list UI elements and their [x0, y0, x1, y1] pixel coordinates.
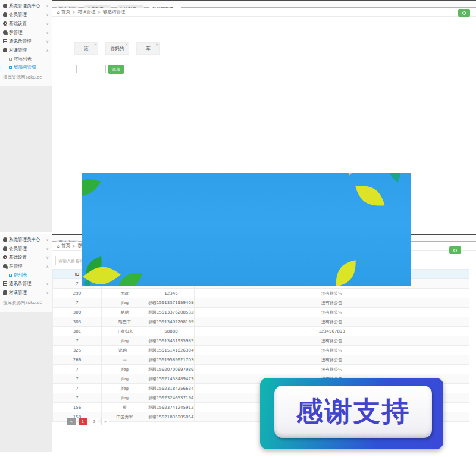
- refresh-button[interactable]: [458, 9, 470, 17]
- table-cell: 没有群公告: [195, 289, 469, 298]
- sidebar-items: 会员管理∨基础设置∨群管理∨通讯录管理∨对话管理∧对话列表敏感词管理: [0, 10, 52, 71]
- refresh-button[interactable]: [449, 246, 461, 254]
- watermark-text: 搜库资源网soku.cc: [0, 71, 52, 80]
- sidebar: 系统管理员中心 ∨ 会员管理∨基础设置∨群管理∨通讯录管理∨对话管理∧对话列表敏…: [0, 0, 52, 232]
- table-cell: 群聊159134319359852: [148, 336, 195, 346]
- member-icon: [3, 12, 7, 17]
- sidebar-items: 会员管理∨基础设置∨群管理∧群列表通讯录管理∨对话管理∨: [0, 244, 52, 297]
- table-cell: 王者归来: [102, 327, 148, 336]
- pagination-page-button[interactable]: 2: [90, 418, 98, 425]
- sidebar-subitem-对话列表[interactable]: 对话列表: [0, 55, 52, 63]
- chevron-down-icon: ∨: [46, 290, 49, 295]
- sidebar-menu: 系统管理员中心 ∨ 会员管理∨基础设置∨群管理∨通讯录管理∨对话管理∧对话列表敏…: [0, 0, 52, 86]
- list-icon: [9, 66, 12, 69]
- table-cell: jfeg: [102, 393, 148, 403]
- table-row: 7jfeg群聊159133719594088没有群公告: [53, 298, 469, 308]
- sidebar-item-基础设置[interactable]: 基础设置∨: [0, 19, 52, 28]
- sidebar-title-label: 系统管理员中心: [9, 237, 40, 243]
- close-icon[interactable]: ×: [94, 43, 97, 46]
- table-cell: 7: [53, 365, 102, 374]
- settings-icon: [3, 21, 7, 26]
- table-row: 300糖糖群聊159133762085320没有群公告: [53, 308, 469, 317]
- table-cell: 没有群公告: [195, 298, 469, 308]
- group-icon: [3, 264, 7, 268]
- pagination: «12»: [67, 418, 112, 425]
- admin-user-icon: [3, 4, 7, 8]
- sidebar: 系统管理员中心 ∨ 会员管理∨基础设置∨群管理∧群列表通讯录管理∨对话管理∨ 搜…: [0, 234, 52, 452]
- table-cell: 没有群公告: [195, 308, 469, 317]
- sidebar-title[interactable]: 系统管理员中心 ∨: [0, 235, 52, 244]
- breadcrumb-separator-icon: >: [72, 243, 76, 249]
- table-row: 301王者归来588881234567893: [53, 327, 469, 336]
- contacts-icon: [3, 39, 7, 43]
- sidebar-item-会员管理[interactable]: 会员管理∨: [0, 244, 52, 253]
- table-cell: 群聊159134022681999: [148, 317, 195, 327]
- sensitive-word-chips: 滚×你妈的×草×: [74, 42, 167, 55]
- admin-user-icon: [3, 237, 7, 242]
- sidebar-item-群管理[interactable]: 群管理∨: [0, 28, 52, 37]
- tab-bar: 我的桌面会员列表×对话列表×敏感词管理×: [52, 0, 476, 8]
- leaf-yellow-icon: [355, 180, 384, 211]
- table-cell: jfeg: [102, 365, 148, 374]
- sidebar-item-label: 会员管理: [9, 246, 27, 252]
- add-word-button[interactable]: 添加: [108, 65, 124, 74]
- chevron-down-icon: ∨: [46, 30, 49, 35]
- sidebar-item-基础设置[interactable]: 基础设置∨: [0, 253, 52, 262]
- table-cell: 群聊159151416263046: [148, 346, 195, 355]
- breadcrumb-link[interactable]: 首页: [61, 243, 70, 249]
- refresh-icon: [462, 11, 466, 15]
- chevron-up-icon: ∧: [46, 264, 49, 268]
- table-cell: 群聊159237412459125: [148, 403, 195, 412]
- pagination-prev-button[interactable]: «: [67, 418, 76, 425]
- breadcrumb: ⌂首页>对话管理>敏感词管理: [52, 8, 476, 17]
- table-row: 303胡巴节群聊159134022681999没有群公告: [53, 317, 469, 327]
- settings-icon: [3, 255, 7, 259]
- table-cell: jfeg: [102, 374, 148, 384]
- list-icon: [9, 274, 12, 277]
- table-cell: jfeg: [102, 298, 148, 308]
- chat-icon: [3, 48, 7, 52]
- sidebar-item-label: 基础设置: [9, 21, 27, 27]
- table-cell: 说购一: [102, 346, 148, 355]
- sidebar-subitem-label: 对话列表: [14, 56, 32, 62]
- table-cell: 群聊159231842566341: [148, 384, 195, 393]
- sidebar-item-会员管理[interactable]: 会员管理∨: [0, 10, 52, 19]
- pagination-page-button[interactable]: 1: [79, 418, 87, 425]
- table-cell: 群聊159133762085320: [148, 308, 195, 317]
- close-icon[interactable]: ×: [156, 43, 159, 46]
- close-icon[interactable]: ×: [125, 43, 128, 46]
- group-icon: [3, 30, 7, 35]
- thanks-banner: 感谢支持: [260, 378, 443, 449]
- bottom-divider: [0, 453, 476, 453]
- breadcrumb-link[interactable]: 对话管理: [77, 9, 95, 15]
- table-cell: 303: [53, 317, 102, 327]
- table-cell: 299: [53, 289, 102, 298]
- breadcrumb-link[interactable]: 首页: [61, 9, 70, 15]
- sidebar-item-对话管理[interactable]: 对话管理∧: [0, 46, 52, 55]
- sidebar-title[interactable]: 系统管理员中心 ∨: [0, 1, 52, 10]
- sidebar-item-通讯录管理[interactable]: 通讯录管理∨: [0, 279, 52, 288]
- chevron-down-icon: ∨: [46, 12, 49, 17]
- sidebar-item-群管理[interactable]: 群管理∧: [0, 262, 52, 271]
- sky-image-overlay: [82, 173, 411, 286]
- thanks-banner-text: 感谢支持: [296, 393, 411, 430]
- table-row: 266—群聊159195896217030没有群公告: [53, 355, 469, 365]
- sidebar-item-通讯录管理[interactable]: 通讯录管理∨: [0, 37, 52, 46]
- leaf-green-icon: [82, 173, 101, 202]
- sidebar-item-对话管理[interactable]: 对话管理∨: [0, 288, 52, 297]
- table-cell: 1234567893: [195, 327, 469, 336]
- sidebar-item-label: 群管理: [9, 264, 23, 270]
- sensitive-word-input[interactable]: [76, 65, 106, 73]
- sidebar-subitem-群列表[interactable]: 群列表: [0, 271, 52, 279]
- table-row: 7jfeg群聊159207006979893没有群公告: [53, 365, 469, 374]
- sidebar-item-label: 通讯录管理: [9, 39, 32, 45]
- chevron-down-icon: ∨: [46, 39, 49, 43]
- table-cell: 300: [53, 308, 102, 317]
- sidebar-item-label: 对话管理: [9, 48, 27, 54]
- table-cell: 糖糖: [102, 308, 148, 317]
- home-icon: ⌂: [57, 10, 60, 15]
- table-cell: 群聊159232465371941: [148, 393, 195, 403]
- sidebar-subitem-敏感词管理[interactable]: 敏感词管理: [0, 63, 52, 71]
- sidebar-item-label: 群管理: [9, 30, 23, 36]
- pagination-next-button[interactable]: »: [101, 418, 109, 425]
